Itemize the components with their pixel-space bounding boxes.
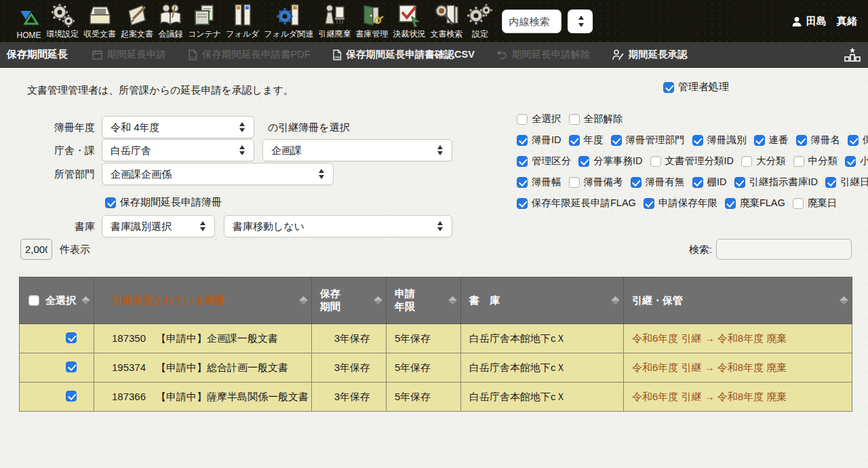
header-select-all[interactable]: 全選択 <box>20 277 94 324</box>
row-select-checkbox[interactable] <box>66 362 77 372</box>
column-checkbox[interactable] <box>692 177 703 188</box>
row-select-checkbox[interactable] <box>66 391 77 402</box>
column-checkbox[interactable] <box>517 156 528 167</box>
table-row[interactable]: 195374 【申請中】総合計画一般文書 3年保存 5年保存 白岳庁舎本館地下c… <box>20 353 852 383</box>
column-checkbox-item[interactable]: 中分類 <box>793 155 838 168</box>
admin-process-checkbox[interactable] <box>663 82 674 93</box>
nav-meeting-minutes[interactable]: 会議録 <box>158 3 183 40</box>
column-checkbox[interactable] <box>793 198 804 209</box>
extension-request-checkbox-item[interactable]: 保存期間延長申請簿冊 <box>105 196 222 209</box>
column-checkbox-item[interactable]: 小分類 <box>845 155 868 168</box>
nav-doc-search[interactable]: 文書検索 <box>430 3 462 40</box>
column-checkbox[interactable] <box>631 177 642 188</box>
column-checkbox[interactable] <box>796 135 807 146</box>
header-period[interactable]: 保存 期間 <box>312 277 387 324</box>
nav-handover-disposal[interactable]: 引継廃棄 <box>318 3 351 40</box>
sort-icon[interactable] <box>840 296 848 305</box>
column-checkbox-item[interactable]: 大分類 <box>741 155 786 168</box>
column-checkbox-label: 簿冊備考 <box>584 176 623 189</box>
column-checkbox[interactable] <box>741 156 752 167</box>
column-toggle-checkbox[interactable] <box>569 114 580 125</box>
column-checkbox-label: 簿冊識別 <box>707 134 747 147</box>
header-apply-period[interactable]: 申請 年限 <box>387 277 461 324</box>
column-toggle-label: 全部解除 <box>584 113 623 125</box>
extension-request-checkbox[interactable] <box>105 197 116 208</box>
column-checkbox-item[interactable]: 棚ID <box>692 176 727 189</box>
display-count-input[interactable] <box>20 239 52 260</box>
table-row[interactable]: 187350 【申請中】企画課一般文書 3年保存 5年保存 白岳庁舎本館地下cＸ… <box>20 324 852 353</box>
column-checkbox[interactable] <box>611 135 622 146</box>
column-checkbox-item[interactable]: 保存年限 <box>848 134 868 147</box>
column-checkbox-item[interactable]: 管理区分 <box>517 155 571 168</box>
column-checkbox-item[interactable]: 引継指示書庫ID <box>734 176 818 189</box>
column-checkbox[interactable] <box>569 135 580 146</box>
menu-extension-approve[interactable]: 期間延長承認 <box>612 48 688 61</box>
column-checkbox-item[interactable]: 文書管理分類ID <box>650 155 734 168</box>
header-storage[interactable]: 書 庫 <box>461 277 624 324</box>
extension-search-input[interactable] <box>502 9 561 33</box>
column-checkbox-item[interactable]: 簿冊有無 <box>631 176 685 189</box>
person-edit-icon <box>612 50 624 60</box>
column-toggle-item[interactable]: 全部解除 <box>569 113 623 125</box>
column-checkbox-item[interactable]: 簿冊幅 <box>517 176 561 189</box>
sort-icon[interactable] <box>299 296 308 305</box>
select-all-checkbox[interactable] <box>28 295 39 306</box>
column-checkbox[interactable] <box>569 177 580 188</box>
column-checkbox[interactable] <box>845 156 856 167</box>
storage-move-select[interactable]: 書庫移動しない <box>224 215 452 237</box>
storage-id-select[interactable]: 書庫識別選択 <box>102 215 215 237</box>
column-checkbox[interactable] <box>578 156 589 167</box>
column-checkbox-item[interactable]: 連番 <box>754 134 789 147</box>
table-row[interactable]: 187366 【申請中】薩摩半島関係一般文書 3年保存 5年保存 白岳庁舎本館地… <box>20 383 852 412</box>
column-checkbox-item[interactable]: 廃棄FLAG <box>725 197 785 210</box>
nav-container[interactable]: コンテナ <box>188 3 221 40</box>
topbar-select[interactable] <box>568 9 593 33</box>
column-checkbox[interactable] <box>734 177 745 188</box>
column-checkbox[interactable] <box>517 135 528 146</box>
column-checkbox[interactable] <box>848 135 859 146</box>
column-checkbox-item[interactable]: 簿冊名 <box>796 134 841 147</box>
column-checkbox-item[interactable]: 簿冊識別 <box>692 134 747 147</box>
nav-received-docs[interactable]: 収受文書 <box>83 3 116 40</box>
nav-approval-status[interactable]: 決裁状況 <box>393 3 425 40</box>
menu-extension-csv[interactable]: CSV 保存期間延長申請書確認CSV <box>332 48 475 61</box>
nav-draft-docs[interactable]: 起案文書 <box>121 3 153 40</box>
section-select[interactable]: 企画課 <box>262 139 452 161</box>
column-checkbox[interactable] <box>825 177 836 188</box>
column-checkbox-item[interactable]: 簿冊備考 <box>569 176 623 189</box>
column-checkbox-item[interactable]: 簿冊ID <box>517 134 561 147</box>
menubar-podium-button[interactable] <box>844 46 861 66</box>
column-checkbox[interactable] <box>517 177 528 188</box>
nav-settings[interactable]: 設定 <box>467 3 492 40</box>
column-checkbox[interactable] <box>650 156 661 167</box>
sort-icon[interactable] <box>611 296 620 305</box>
nav-folder[interactable]: フォルダ <box>226 3 259 40</box>
table-search-input[interactable] <box>716 239 852 260</box>
office-select[interactable]: 白岳庁舎 <box>102 139 254 161</box>
column-checkbox-item[interactable]: 廃棄日 <box>793 197 837 210</box>
column-checkbox[interactable] <box>725 198 736 209</box>
column-toggle-item[interactable]: 全選択 <box>517 113 561 125</box>
row-select-checkbox[interactable] <box>66 332 77 343</box>
column-checkbox-item[interactable]: 年度 <box>569 134 604 147</box>
column-checkbox-item[interactable]: 分掌事務ID <box>578 155 643 168</box>
department-select[interactable]: 企画課企画係 <box>102 163 334 185</box>
nav-archive-mgmt[interactable]: 書庫管理 <box>355 3 388 40</box>
column-checkbox-item[interactable]: 保存年限延長申請FLAG <box>517 197 636 210</box>
column-checkbox-item[interactable]: 簿冊管理部門 <box>611 134 685 147</box>
nav-folder-related[interactable]: フォルダ関連 <box>264 3 313 40</box>
header-handover[interactable]: 引継・保管 <box>624 277 852 324</box>
year-select[interactable]: 令和 4年度 <box>102 116 254 138</box>
column-checkbox[interactable] <box>754 135 765 146</box>
column-checkbox[interactable] <box>793 156 804 167</box>
column-toggle-checkbox[interactable] <box>517 114 528 125</box>
nav-env-settings[interactable]: 環境設定 <box>46 3 79 40</box>
nav-home[interactable]: HOME <box>16 5 41 40</box>
header-ledger[interactable]: 引継保管されている簿冊 <box>94 277 312 324</box>
admin-process-checkbox-item[interactable]: 管理者処理 <box>663 81 729 94</box>
column-checkbox[interactable] <box>692 135 703 146</box>
column-checkbox[interactable] <box>517 198 528 209</box>
column-checkbox-item[interactable]: 引継日 <box>825 176 868 189</box>
column-checkbox-item[interactable]: 申請保存年限 <box>644 197 717 210</box>
column-checkbox[interactable] <box>644 198 654 209</box>
